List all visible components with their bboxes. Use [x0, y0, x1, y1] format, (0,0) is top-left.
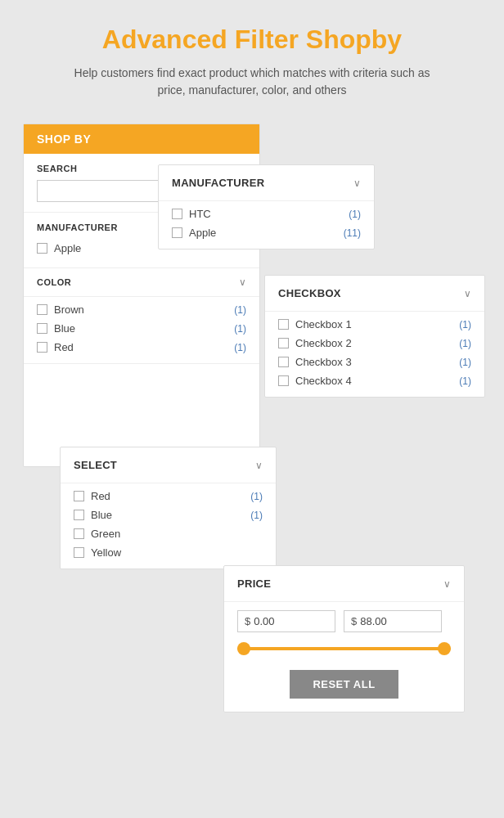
checkbox-apple[interactable] — [37, 243, 47, 254]
list-item: Checkbox 2 (1) — [278, 334, 471, 353]
slider-thumb-left[interactable] — [237, 642, 250, 655]
select-green-label: Green — [91, 528, 120, 540]
list-item: Brown (1) — [37, 300, 246, 319]
list-item: HTC (1) — [172, 204, 361, 223]
select-blue-count: (1) — [250, 510, 263, 521]
checkbox-brown[interactable] — [37, 304, 47, 315]
manufacturer-panel-label: MANUFACTURER — [172, 177, 264, 189]
checkbox-select-yellow[interactable] — [74, 547, 84, 558]
price-slider-track — [237, 647, 451, 650]
reset-all-container: RESET ALL — [224, 662, 464, 712]
htc-label: HTC — [189, 208, 211, 220]
checkbox-1[interactable] — [278, 319, 289, 330]
checkbox-4[interactable] — [278, 375, 289, 386]
slider-thumb-right[interactable] — [438, 642, 451, 655]
checkbox-4-count: (1) — [459, 375, 471, 387]
checkbox-1-label: Checkbox 1 — [295, 318, 352, 330]
brown-label: Brown — [54, 303, 84, 316]
reset-all-button[interactable]: RESET ALL — [290, 670, 398, 699]
checkbox-items: Checkbox 1 (1) Checkbox 2 (1) Checkbox 3… — [265, 312, 484, 397]
checkbox-select-blue[interactable] — [74, 510, 84, 520]
panels-container: SHOP BY SEARCH MANUFACTURER Apple COLOR … — [23, 124, 481, 712]
list-item: Checkbox 3 (1) — [278, 353, 471, 371]
checkbox-header[interactable]: CHECKBOX ∨ — [265, 276, 484, 312]
list-item: Red (1) — [37, 338, 246, 357]
checkbox-2-count: (1) — [459, 338, 471, 349]
manufacturer-chevron: ∨ — [353, 178, 361, 189]
select-chevron: ∨ — [255, 460, 263, 471]
select-panel-label: SELECT — [74, 459, 117, 471]
blue-count: (1) — [234, 323, 246, 335]
list-item: Yellow — [74, 543, 263, 562]
panel-select: SELECT ∨ Red (1) Blue (1) — [60, 447, 277, 569]
manufacturer-header[interactable]: MANUFACTURER ∨ — [159, 165, 374, 201]
panel-checkbox: CHECKBOX ∨ Checkbox 1 (1) Checkbox 2 (1) — [264, 275, 485, 398]
list-item: Checkbox 4 (1) — [278, 371, 471, 390]
apple-label: Apple — [54, 242, 81, 254]
list-item: Checkbox 1 (1) — [278, 315, 471, 334]
color-section-header[interactable]: COLOR ∨ — [24, 268, 259, 297]
min-currency: $ — [245, 615, 250, 627]
price-header[interactable]: PRICE ∨ — [224, 566, 464, 602]
page-subtitle: Help customers find exact product which … — [72, 65, 432, 99]
price-min-input[interactable] — [254, 615, 319, 627]
checkbox-htc[interactable] — [172, 209, 182, 219]
list-item: Blue (1) — [74, 506, 263, 524]
checkbox-select-green[interactable] — [74, 528, 84, 539]
price-max-input[interactable] — [360, 615, 425, 627]
list-item: Blue (1) — [37, 319, 246, 338]
select-red-count: (1) — [250, 491, 263, 502]
apple-m-label: Apple — [189, 227, 216, 239]
select-items: Red (1) Blue (1) Green Ye — [61, 483, 276, 569]
checkbox-chevron: ∨ — [464, 288, 471, 299]
panel-manufacturer: MANUFACTURER ∨ HTC (1) Apple (11) — [158, 164, 375, 249]
checkbox-3[interactable] — [278, 357, 289, 367]
red-count: (1) — [234, 342, 246, 353]
brown-count: (1) — [234, 304, 246, 316]
list-item: Red (1) — [74, 487, 263, 506]
checkbox-2-label: Checkbox 2 — [295, 337, 352, 349]
checkbox-blue[interactable] — [37, 323, 47, 334]
price-max-box: $ — [344, 610, 442, 632]
checkbox-3-count: (1) — [459, 357, 471, 368]
select-blue-label: Blue — [91, 509, 112, 521]
checkbox-panel-label: CHECKBOX — [278, 287, 341, 299]
max-currency: $ — [351, 615, 357, 627]
checkbox-3-label: Checkbox 3 — [295, 356, 352, 368]
color-label: COLOR — [37, 277, 71, 287]
select-header[interactable]: SELECT ∨ — [61, 447, 276, 483]
checkbox-red[interactable] — [37, 342, 47, 353]
checkbox-apple-m[interactable] — [172, 227, 182, 238]
checkbox-select-red[interactable] — [74, 491, 84, 501]
color-chevron: ∨ — [239, 276, 246, 288]
list-item: Green — [74, 524, 263, 543]
page-title: Advanced Filter Shopby — [102, 25, 402, 55]
select-red-label: Red — [91, 490, 110, 502]
list-item: Apple (11) — [172, 223, 361, 242]
manufacturer-items: HTC (1) Apple (11) — [159, 201, 374, 249]
checkbox-4-label: Checkbox 4 — [295, 375, 352, 387]
select-yellow-label: Yellow — [91, 546, 121, 559]
price-min-box: $ — [237, 610, 335, 632]
apple-count: (11) — [344, 227, 361, 239]
color-items: Brown (1) Blue (1) Red (1) — [24, 297, 259, 364]
htc-count: (1) — [349, 209, 361, 220]
price-inputs: $ $ — [224, 602, 464, 640]
panel-price: PRICE ∨ $ $ RESET ALL — [223, 565, 465, 712]
price-chevron: ∨ — [443, 578, 451, 590]
price-panel-label: PRICE — [237, 578, 271, 590]
checkbox-1-count: (1) — [459, 319, 471, 330]
price-slider-container — [224, 640, 464, 662]
checkbox-2[interactable] — [278, 338, 289, 348]
blue-label: Blue — [54, 322, 75, 335]
shopby-header: SHOP BY — [24, 124, 259, 154]
red-label: Red — [54, 341, 74, 353]
